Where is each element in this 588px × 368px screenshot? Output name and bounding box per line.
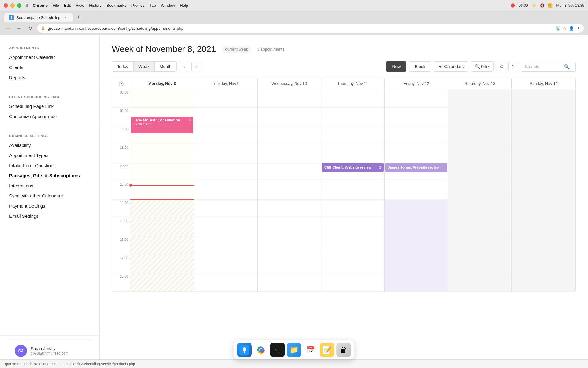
help-button[interactable]: ? (508, 62, 518, 71)
friday-1500[interactable] (385, 218, 448, 236)
profile-icon[interactable]: 👤 (569, 26, 574, 31)
thursday-1700[interactable] (321, 255, 385, 273)
tuesday-0800[interactable] (194, 89, 258, 108)
sidebar-item-customize-appearance[interactable]: Customize Appearance (0, 111, 99, 121)
today-button[interactable]: Today (112, 62, 134, 71)
forward-button[interactable]: → (15, 24, 23, 33)
search-input[interactable] (525, 64, 561, 69)
monday-0800[interactable] (130, 89, 194, 108)
saturday-0900[interactable] (448, 108, 512, 126)
sidebar-item-payment-settings[interactable]: Payment Settings (0, 201, 99, 211)
saturday-1800[interactable] (448, 273, 512, 292)
search-bar[interactable]: 🔍 (521, 62, 576, 72)
thursday-1100[interactable] (321, 144, 385, 163)
sunday-1700[interactable] (512, 255, 575, 273)
back-button[interactable]: ← (4, 24, 12, 33)
sunday-1300[interactable] (512, 181, 575, 200)
sunday-0900[interactable] (512, 108, 575, 126)
appointment-jane-mctest[interactable]: Jane McTest: Consultation 09:30-10:20 $ (131, 117, 193, 133)
saturday-noon[interactable] (448, 163, 512, 181)
friday-1600[interactable] (385, 236, 448, 255)
prev-week-button[interactable]: ‹ (179, 62, 189, 71)
tuesday-1300[interactable] (194, 181, 258, 200)
saturday-1300[interactable] (448, 181, 512, 200)
friday-1800[interactable] (385, 273, 448, 292)
friday-1300[interactable] (385, 181, 448, 200)
monday-noon[interactable] (130, 163, 194, 181)
sidebar-item-appointment-calendar[interactable]: Appointment Calendar (0, 52, 99, 62)
friday-1100[interactable] (385, 144, 448, 163)
new-tab-button[interactable]: + (74, 13, 83, 22)
tab-close-button[interactable]: ✕ (63, 15, 68, 20)
minimize-window-button[interactable] (10, 3, 15, 8)
thursday-1400[interactable] (321, 200, 385, 218)
friday-1000[interactable] (385, 126, 448, 144)
tuesday-1100[interactable] (194, 144, 258, 163)
wednesday-1700[interactable] (258, 255, 321, 273)
tuesday-0900[interactable] (194, 108, 258, 126)
monday-1400[interactable] (130, 200, 194, 218)
dock-terminal-icon[interactable]: >_ (270, 343, 285, 357)
monday-1100[interactable] (130, 144, 194, 163)
sunday-noon[interactable] (512, 163, 575, 181)
history-menu[interactable]: History (89, 3, 101, 8)
more-icon[interactable]: ⋮ (576, 26, 580, 31)
tuesday-1000[interactable] (194, 126, 258, 144)
monday-1300[interactable] (130, 181, 194, 200)
thursday-1600[interactable] (321, 236, 385, 255)
active-tab[interactable]: S Squarespace Scheduling ✕ (4, 13, 73, 22)
dock-finder-icon[interactable] (237, 343, 252, 357)
sunday-0800[interactable] (512, 89, 575, 108)
calendars-filter-button[interactable]: ▼ Calendars (434, 61, 469, 72)
dock-trash-icon[interactable]: 🗑 (336, 343, 351, 357)
sunday-1000[interactable] (512, 126, 575, 144)
week-view-button[interactable]: Week (134, 62, 155, 71)
sunday-1800[interactable] (512, 273, 575, 292)
sidebar-item-intake-form-questions[interactable]: Intake Form Questions (0, 160, 99, 171)
tuesday-1600[interactable] (194, 236, 258, 255)
new-appointment-button[interactable]: New (386, 61, 406, 72)
dock-files-icon[interactable]: 📁 (287, 343, 301, 357)
saturday-1500[interactable] (448, 218, 512, 236)
sidebar-item-integrations[interactable]: Integrations (0, 181, 99, 191)
view-menu[interactable]: View (76, 3, 84, 8)
file-menu[interactable]: File (53, 3, 59, 8)
appointment-cliff-client[interactable]: Cliff Client: Website review $ (322, 163, 384, 172)
print-button[interactable]: 🖨 (496, 62, 506, 71)
saturday-1100[interactable] (448, 144, 512, 163)
thursday-1500[interactable] (321, 218, 385, 236)
tuesday-1800[interactable] (194, 273, 258, 292)
sidebar-item-appointment-types[interactable]: Appointment Types (0, 150, 99, 160)
wednesday-1300[interactable] (258, 181, 321, 200)
wednesday-1400[interactable] (258, 200, 321, 218)
thursday-1000[interactable] (321, 126, 385, 144)
friday-1400[interactable] (385, 200, 448, 218)
sidebar-item-availability[interactable]: Availability (0, 140, 99, 150)
month-view-button[interactable]: Month (155, 62, 176, 71)
monday-1600[interactable] (130, 236, 194, 255)
help-menu[interactable]: Help (180, 3, 188, 8)
wednesday-1600[interactable] (258, 236, 321, 255)
profiles-menu[interactable]: Profiles (131, 3, 145, 8)
sidebar-item-packages[interactable]: Packages, Gifts & Subscriptions (0, 171, 99, 181)
user-profile[interactable]: SJ Sarah Jonas bb93a9c4@uifeed.com (7, 339, 92, 362)
thursday-0900[interactable] (321, 108, 385, 126)
saturday-1600[interactable] (448, 236, 512, 255)
saturday-1700[interactable] (448, 255, 512, 273)
edit-menu[interactable]: Edit (64, 3, 71, 8)
monday-1700[interactable] (130, 255, 194, 273)
wednesday-noon[interactable] (258, 163, 321, 181)
cast-icon[interactable]: 📡 (556, 26, 560, 31)
saturday-0800[interactable] (448, 89, 512, 108)
tuesday-1400[interactable] (194, 200, 258, 218)
sidebar-item-email-settings[interactable]: Email Settings (0, 211, 99, 221)
close-window-button[interactable] (4, 3, 8, 8)
thursday-1800[interactable] (321, 273, 385, 292)
thursday-0800[interactable] (321, 89, 385, 108)
monday-1800[interactable] (130, 273, 194, 292)
fullscreen-window-button[interactable] (17, 3, 21, 8)
saturday-1000[interactable] (448, 126, 512, 144)
window-menu[interactable]: Window (161, 3, 175, 8)
sunday-1100[interactable] (512, 144, 575, 163)
wednesday-1100[interactable] (258, 144, 321, 163)
